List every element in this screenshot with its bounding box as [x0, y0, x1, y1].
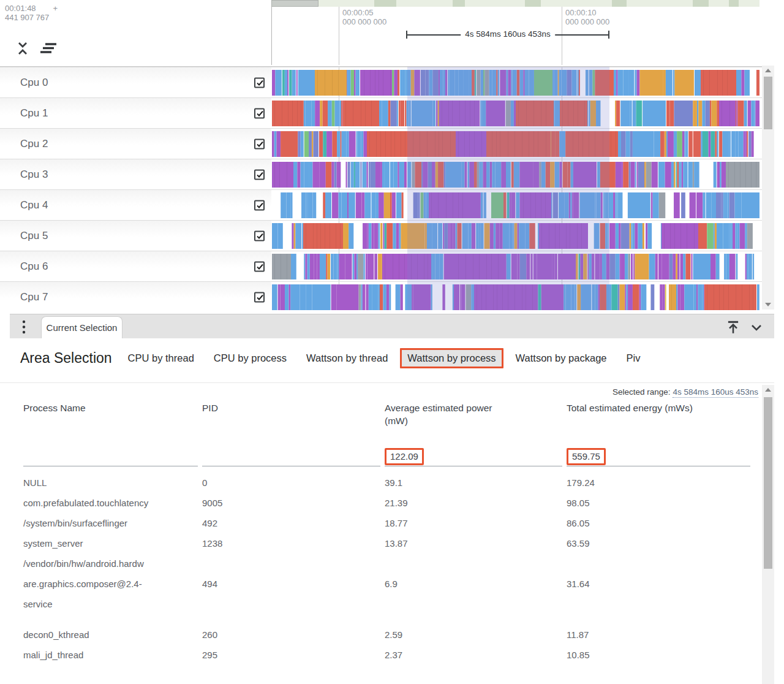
summary-cell	[202, 442, 380, 466]
tab-wattson-by-package[interactable]: Wattson by package	[516, 352, 607, 364]
track-area: Cpu 0Cpu 1Cpu 2Cpu 3Cpu 4Cpu 5Cpu 6Cpu 7	[0, 66, 762, 310]
col-header: Total estimated energy (mWs)	[567, 401, 750, 427]
selected-range-label: Selected range:	[612, 387, 671, 397]
summary-cell: 122.09	[385, 442, 562, 466]
origin-plus: +	[53, 4, 58, 13]
tab-cpu-by-thread[interactable]: CPU by thread	[128, 352, 194, 364]
track-slices-canvas[interactable]	[272, 223, 760, 249]
cell-avg-power: 39.1	[385, 473, 562, 493]
table-row: com.prefabulated.touchlatency900521.3998…	[23, 493, 762, 513]
track-checkbox[interactable]	[254, 292, 265, 302]
summary-cell	[23, 442, 198, 466]
cell-pid: 9005	[202, 493, 380, 513]
overview-density-segment	[729, 0, 739, 7]
track-slices-canvas[interactable]	[272, 70, 760, 96]
summary-total-energy: 559.75	[567, 448, 606, 465]
vertical-align-top-icon[interactable]	[725, 319, 741, 338]
overview-density-segment	[374, 0, 396, 7]
track-checkbox[interactable]	[254, 77, 265, 88]
scroll-up-arrow[interactable]	[765, 69, 771, 72]
scrollbar-thumb[interactable]	[764, 397, 772, 569]
ruler-tick-label: 00:00:10 000 000 000	[565, 8, 609, 26]
track-label-area[interactable]: Cpu 2	[0, 129, 271, 159]
cell-avg-power: 6.9	[385, 574, 562, 594]
cell-process-name: /vendor/bin/hw/android.hardw are.graphic…	[23, 553, 198, 614]
cpu-track-row[interactable]: Cpu 0	[0, 67, 762, 97]
track-checkbox[interactable]	[254, 230, 265, 241]
scrollbar-thumb[interactable]	[764, 77, 772, 129]
tab-wattson-by-thread[interactable]: Wattson by thread	[306, 352, 388, 364]
track-checkbox[interactable]	[254, 200, 265, 210]
track-checkbox[interactable]	[254, 261, 265, 272]
overview-viewport-handle[interactable]	[271, 0, 318, 7]
cell-process-name: com.prefabulated.touchlatency	[23, 493, 198, 513]
track-label-area[interactable]: Cpu 0	[0, 67, 271, 97]
track-slices-canvas[interactable]	[272, 101, 760, 126]
ruler-tick-line	[339, 7, 339, 65]
cpu-track-row[interactable]: Cpu 3	[0, 159, 762, 189]
selected-range-link[interactable]: 4s 584ms 160us 453ns	[673, 387, 758, 398]
track-label-area[interactable]: Cpu 4	[0, 190, 271, 220]
tracks-scrollbar[interactable]	[762, 66, 774, 310]
track-label-area[interactable]: Cpu 3	[0, 159, 271, 189]
cpu-track-row[interactable]: Cpu 6	[0, 251, 762, 281]
cpu-track-row[interactable]: Cpu 1	[0, 97, 762, 128]
cell-process-name: system_server	[23, 533, 198, 553]
cpu-track-row[interactable]: Cpu 2	[0, 128, 762, 159]
cell-process-name: NULL	[23, 473, 198, 493]
track-slices-canvas[interactable]	[272, 254, 760, 279]
tab-piv[interactable]: Piv	[627, 352, 641, 364]
tab-current-selection[interactable]: Current Selection	[41, 316, 123, 339]
table-body: NULL039.1179.24com.prefabulated.touchlat…	[23, 473, 762, 665]
clear-all-icon[interactable]	[39, 42, 58, 55]
cpu-track-row[interactable]: Cpu 7	[0, 281, 762, 312]
bracket-right-tick	[608, 31, 609, 39]
scroll-down-arrow[interactable]	[765, 303, 771, 306]
tab-wattson-by-process[interactable]: Wattson by process	[400, 348, 503, 368]
cell-pid: 260	[202, 625, 380, 645]
cell-pid: 492	[202, 513, 380, 533]
overview-density-segment	[453, 0, 465, 7]
table-summary-row: 122.09 559.75	[23, 442, 762, 466]
track-label-area[interactable]: Cpu 7	[0, 282, 271, 312]
track-checkbox[interactable]	[254, 108, 265, 118]
track-label: Cpu 0	[20, 77, 48, 89]
cell-pid: 1238	[202, 533, 380, 553]
cpu-track-row[interactable]: Cpu 5	[0, 220, 762, 251]
scroll-up-arrow[interactable]	[765, 388, 771, 392]
col-header: PID	[202, 401, 380, 427]
chevron-down-icon[interactable]	[748, 320, 764, 337]
cpu-track-row[interactable]: Cpu 4	[0, 189, 762, 220]
cell-pid: 494	[202, 574, 380, 594]
track-label-area[interactable]: Cpu 5	[0, 221, 271, 251]
tab-cpu-by-process[interactable]: CPU by process	[214, 352, 287, 364]
cell-avg-power: 2.37	[385, 645, 562, 665]
kebab-icon[interactable]	[22, 320, 26, 336]
cell-total-energy: 86.05	[567, 513, 750, 533]
track-label-area[interactable]: Cpu 6	[0, 251, 271, 281]
track-checkbox[interactable]	[254, 139, 265, 149]
cell-total-energy: 10.85	[567, 645, 750, 665]
cell-avg-power: 2.59	[385, 625, 562, 645]
timeline-overview[interactable]	[271, 0, 760, 7]
summary-cell: 559.75	[567, 442, 750, 466]
overview-density-segment	[525, 0, 541, 7]
track-checkbox[interactable]	[254, 169, 265, 180]
table-row: /system/bin/surfaceflinger49218.7786.05	[23, 513, 762, 533]
track-label-area[interactable]: Cpu 1	[0, 98, 271, 128]
col-header: Average estimated power (mW)	[385, 401, 562, 427]
track-slices-canvas[interactable]	[272, 192, 760, 218]
cell-total-energy: 179.24	[567, 473, 750, 493]
track-slices-canvas[interactable]	[272, 162, 760, 188]
panel-scrollbar[interactable]	[762, 385, 774, 684]
track-label: Cpu 4	[20, 199, 48, 211]
table-header-row: Process NamePIDAverage estimated power (…	[23, 401, 762, 427]
cell-avg-power: 21.39	[385, 493, 562, 513]
cell-avg-power: 18.77	[385, 513, 562, 533]
unfold-less-icon[interactable]	[16, 40, 29, 56]
table-row: /vendor/bin/hw/android.hardw are.graphic…	[23, 553, 762, 614]
cell-total-energy: 31.64	[567, 574, 750, 594]
origin-time: 00:01:48	[5, 4, 36, 13]
track-slices-canvas[interactable]	[272, 131, 760, 157]
track-slices-canvas[interactable]	[272, 284, 760, 310]
